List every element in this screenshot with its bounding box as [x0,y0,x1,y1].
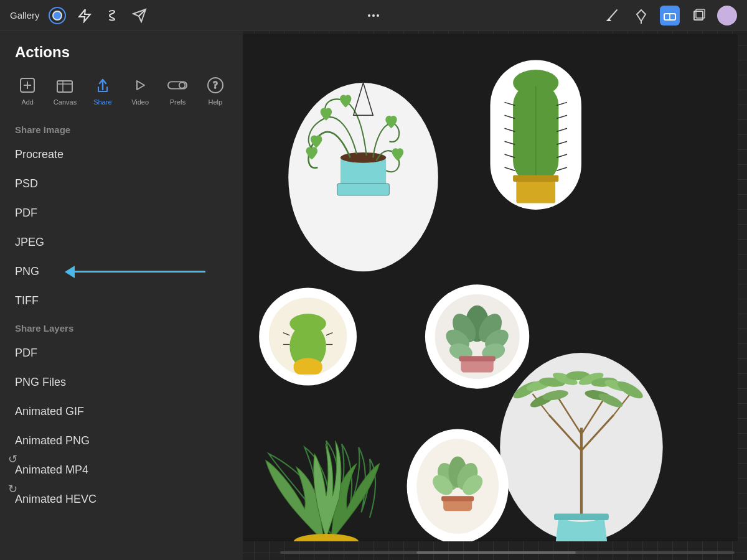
video-tab-icon [129,75,151,96]
lightning-icon[interactable] [75,6,95,26]
svg-rect-26 [337,184,390,195]
style-icon[interactable] [102,6,122,26]
horizontal-scrollbar[interactable] [280,551,735,554]
menu-layers-pdf[interactable]: PDF [0,338,243,368]
scrollbar-thumb[interactable] [416,551,576,554]
action-tabs: Add Canvas Share [0,71,243,122]
gallery-button[interactable]: Gallery [10,10,40,21]
menu-animated-png[interactable]: Animated PNG [0,426,243,455]
svg-rect-44 [513,175,558,182]
canvas-tab-label: Canvas [54,98,77,106]
send-icon[interactable] [129,6,149,26]
svg-rect-8 [694,11,703,20]
tab-help[interactable]: ? Help [198,71,233,110]
ink-nib-icon[interactable] [631,6,651,26]
eraser-icon[interactable] [660,6,680,26]
add-tab-label: Add [21,98,34,106]
toolbar-center [368,14,379,17]
tab-add[interactable]: Add [10,71,45,110]
svg-line-4 [608,10,617,20]
brush-icon[interactable] [603,6,622,26]
share-tab-label: Share [93,98,111,106]
menu-png-files[interactable]: PNG Files [0,368,243,397]
undo-redo-controls: ↺ ↻ [4,450,21,498]
plant-illustration [243,34,738,541]
svg-rect-66 [459,356,496,361]
svg-rect-99 [441,496,474,501]
svg-point-25 [341,152,386,163]
menu-animated-mp4[interactable]: Animated MP4 [0,455,243,485]
menu-psd[interactable]: PSD [0,169,243,198]
help-tab-label: Help [208,98,222,106]
arrow-line [75,271,205,273]
menu-pdf[interactable]: PDF [0,198,243,228]
tab-prefs[interactable]: Prefs [160,71,195,110]
svg-point-48 [289,314,326,333]
avatar[interactable] [717,6,737,26]
help-tab-icon: ? [205,75,226,96]
video-tab-label: Video [131,98,149,106]
tab-share[interactable]: Share [85,71,120,110]
svg-point-19 [179,82,185,88]
prefs-tab-icon [167,75,188,96]
tab-video[interactable]: Video [123,71,157,110]
menu-procreate[interactable]: Procreate [0,140,243,169]
svg-marker-17 [137,81,144,90]
share-layers-header: Share Layers [0,320,243,338]
menu-animated-gif[interactable]: Animated GIF [0,397,243,426]
layers-icon[interactable] [688,6,708,26]
menu-animated-hevc[interactable]: Animated HEVC [0,485,243,514]
svg-point-1 [53,11,62,20]
more-options-button[interactable] [368,14,379,17]
canvas-tab-icon [54,75,75,96]
svg-text:?: ? [213,80,217,90]
toolbar-right [603,6,737,26]
tab-canvas[interactable]: Canvas [47,71,82,110]
panel-title: Actions [0,44,243,71]
svg-rect-13 [57,81,72,92]
procreate-logo-icon[interactable] [47,6,67,26]
menu-tiff[interactable]: TIFF [0,286,243,315]
menu-jpeg[interactable]: JPEG [0,228,243,257]
redo-button[interactable]: ↻ [4,480,21,498]
canvas-area [243,34,738,541]
svg-rect-89 [554,513,609,520]
menu-png[interactable]: PNG [0,257,243,286]
share-image-header: Share Image [0,122,243,140]
prefs-tab-label: Prefs [170,98,186,106]
add-tab-icon [17,75,38,96]
undo-button[interactable]: ↺ [4,450,21,468]
svg-rect-54 [294,362,322,375]
toolbar: Gallery [0,0,747,31]
share-tab-icon [92,75,113,96]
png-arrow-indicator [65,266,205,278]
arrow-head [65,266,75,278]
toolbar-left: Gallery [10,6,603,26]
actions-panel: Actions Add Canvas [0,31,243,560]
